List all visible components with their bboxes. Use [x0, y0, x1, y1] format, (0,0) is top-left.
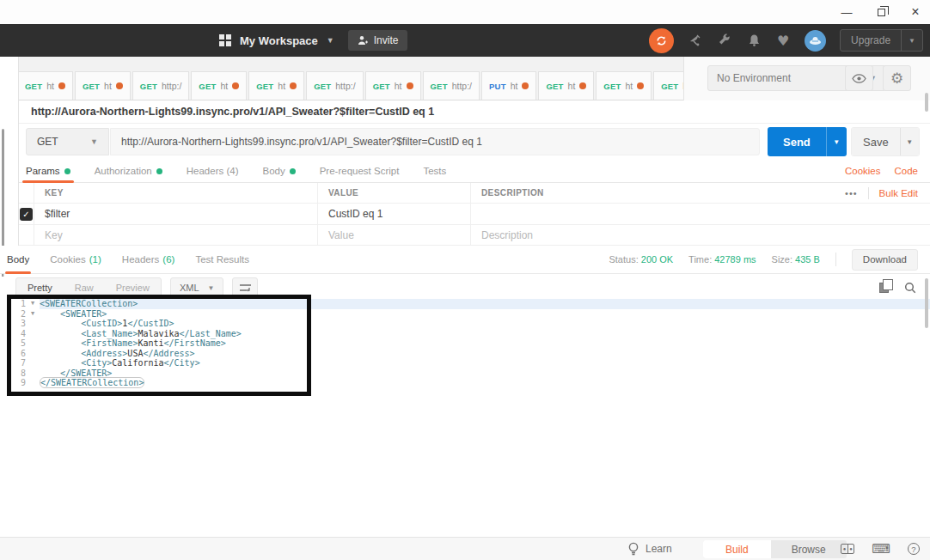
code-line: 3 <CustID>1</CustID>	[0, 319, 930, 329]
request-builder: GET ▼ http://Aurora-Northern-Lights99.in…	[19, 124, 930, 160]
scrollbar-thumb[interactable]	[925, 93, 928, 112]
param-description-cell[interactable]	[471, 204, 930, 224]
download-button[interactable]: Download	[852, 249, 918, 271]
tab-headers-4-[interactable]: Headers (4)	[187, 160, 239, 182]
bell-icon[interactable]	[746, 33, 762, 48]
description-input[interactable]: Description	[471, 225, 930, 245]
tab-params[interactable]: Params	[26, 160, 70, 182]
chevron-down-icon[interactable]: ▼	[327, 36, 334, 45]
green-dot-icon	[290, 168, 296, 174]
response-tab-test-results[interactable]: Test Results	[195, 246, 249, 273]
fold-spacer	[26, 329, 40, 339]
open-request-tab[interactable]: GETht	[365, 71, 421, 100]
value-input[interactable]: Value	[318, 225, 471, 245]
upgrade-button[interactable]: Upgrade ▼	[840, 29, 923, 52]
unsaved-dot-icon	[522, 82, 529, 89]
line-number: 2	[0, 309, 26, 320]
code-line: 2▼ <SWEATER>	[0, 309, 930, 320]
avatar[interactable]	[805, 30, 826, 52]
response-body-viewer[interactable]: 1▼<SWEATERCollection>2▼ <SWEATER>3 <Cust…	[0, 299, 930, 537]
param-key-cell[interactable]: $filter	[34, 204, 318, 224]
chevron-down-icon[interactable]: ▼	[901, 30, 922, 51]
wrap-lines-button[interactable]	[232, 277, 258, 298]
response-tab-headers[interactable]: Headers(6)	[122, 246, 175, 273]
keyboard-shortcuts-icon[interactable]: ⌨	[872, 541, 890, 557]
scrollbar-thumb[interactable]	[925, 278, 928, 328]
open-request-tab[interactable]: GETht	[596, 71, 652, 100]
params-more-button[interactable]: •••	[835, 188, 868, 198]
minimize-icon[interactable]: —	[841, 6, 853, 18]
view-tab-preview[interactable]: Preview	[105, 278, 161, 297]
tab-tests[interactable]: Tests	[423, 160, 446, 182]
chevron-down-icon: ▼	[208, 284, 215, 292]
save-options-chevron-icon[interactable]: ▼	[900, 128, 919, 155]
open-request-tab[interactable]: GETht	[17, 71, 73, 100]
request-section-tabs: ParamsAuthorizationHeaders (4)BodyPre-re…	[19, 160, 930, 183]
cookies-link[interactable]: Cookies	[845, 166, 881, 176]
value-column-header: VALUE	[318, 183, 471, 203]
response-meta: Status: 200 OK Time: 42789 ms Size: 435 …	[609, 246, 918, 273]
param-value-cell[interactable]: CustID eq 1	[318, 204, 471, 224]
build-tab[interactable]: Build	[703, 540, 771, 558]
url-input[interactable]: http://Aurora-Northern-Lights99.insync.p…	[110, 128, 760, 155]
fold-caret-icon[interactable]: ▼	[26, 299, 40, 309]
chevron-down-icon: ▼	[90, 137, 98, 146]
invite-button[interactable]: Invite	[348, 30, 408, 51]
save-button[interactable]: Save ▼	[851, 127, 920, 156]
satellite-icon[interactable]	[688, 33, 703, 48]
send-button[interactable]: Send ▼	[768, 127, 847, 156]
open-request-tab[interactable]: GETht	[538, 71, 594, 100]
bulk-edit-link[interactable]: Bulk Edit	[869, 188, 918, 198]
settings-button[interactable]: ⚙	[883, 65, 911, 91]
format-select[interactable]: XML ▼	[170, 277, 224, 298]
two-pane-icon[interactable]: ●●	[841, 544, 854, 554]
fold-spacer	[26, 319, 40, 329]
open-request-tab[interactable]: GETht	[191, 71, 247, 100]
environment-panel: No Environment ▼ ⚙	[683, 57, 930, 100]
workspace-grid-icon[interactable]	[219, 34, 231, 46]
code-link[interactable]: Code	[895, 166, 919, 176]
response-tab-list: BodyCookies(1)Headers(6)Test Results	[7, 246, 270, 273]
workspace-switcher[interactable]: My Workspace	[240, 34, 318, 47]
learn-button[interactable]: Learn	[628, 538, 672, 560]
line-number: 4	[0, 329, 26, 339]
tab-pre-request-script[interactable]: Pre-request Script	[320, 160, 400, 182]
view-tab-raw[interactable]: Raw	[64, 278, 105, 297]
open-request-tab[interactable]: GETht	[75, 71, 131, 100]
open-request-tab[interactable]: GEThttp:/	[132, 71, 190, 100]
help-icon[interactable]: ?	[908, 543, 920, 555]
view-tab-pretty[interactable]: Pretty	[16, 278, 64, 297]
tabs-row: GEThtGEThtGEThttp:/GEThtGEThtGEThttp:/GE…	[1, 71, 768, 100]
wrench-icon[interactable]	[717, 33, 732, 48]
line-number: 8	[0, 368, 26, 379]
copy-icon[interactable]	[879, 283, 889, 293]
open-request-tab[interactable]: PUTht	[481, 71, 536, 100]
unsaved-dot-icon	[232, 82, 239, 89]
sync-button[interactable]	[649, 28, 674, 53]
line-number: 5	[0, 338, 26, 349]
open-request-tab[interactable]: GETht	[248, 71, 304, 100]
unsaved-dot-icon	[407, 82, 413, 89]
open-request-tab[interactable]: GEThttp:/	[423, 71, 480, 100]
search-icon[interactable]	[904, 282, 916, 294]
tab-body[interactable]: Body	[262, 160, 295, 182]
response-tab-cookies[interactable]: Cookies(1)	[50, 246, 101, 273]
line-number: 9	[0, 378, 26, 388]
send-options-chevron-icon[interactable]: ▼	[826, 127, 847, 156]
open-request-tab[interactable]: GEThttp:/	[306, 71, 364, 100]
browse-tab[interactable]: Browse	[771, 540, 847, 558]
key-input[interactable]: Key	[34, 225, 318, 245]
green-dot-icon	[156, 168, 162, 174]
fold-spacer	[26, 378, 40, 388]
tab-authorization[interactable]: Authorization	[95, 160, 162, 182]
code-line: 9</SWEATERCollection>	[0, 378, 930, 388]
method-select[interactable]: GET ▼	[26, 128, 109, 155]
close-icon[interactable]: ×	[909, 6, 921, 18]
response-tab-body[interactable]: Body	[7, 246, 29, 273]
fold-caret-icon[interactable]: ▼	[26, 309, 40, 320]
code-line: 1▼<SWEATERCollection>	[0, 299, 930, 309]
environment-preview-button[interactable]	[845, 65, 873, 91]
restore-icon[interactable]	[875, 6, 887, 18]
heart-icon[interactable]: ♥	[775, 33, 791, 48]
param-checkbox[interactable]: ✓	[20, 208, 33, 221]
